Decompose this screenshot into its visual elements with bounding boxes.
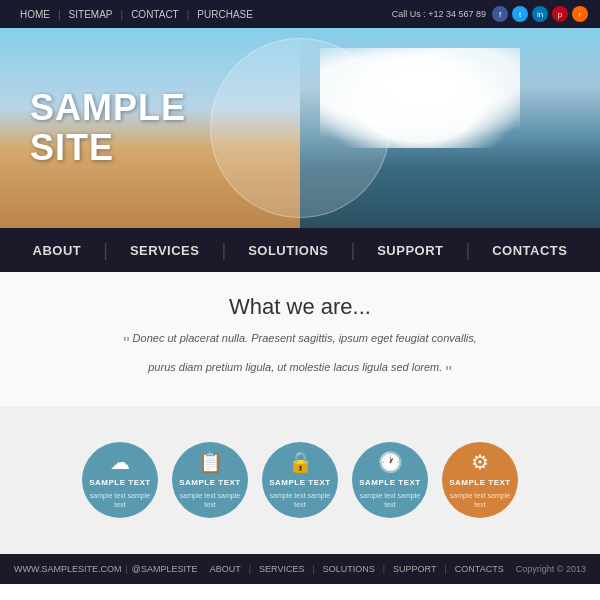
content-quote: " Donec ut placerat nulla. Praesent sagi…	[110, 330, 490, 388]
footer-nav-services[interactable]: SERVICES	[259, 564, 304, 574]
footer-nav-support[interactable]: SUPPORT	[393, 564, 436, 574]
circle-label-1: sample text	[179, 478, 241, 487]
top-nav-contact[interactable]: CONTACT	[123, 9, 187, 20]
social-linkedin[interactable]: in	[532, 6, 548, 22]
main-nav-support[interactable]: SUPPORT	[355, 228, 465, 272]
footer-social-handle[interactable]: @SAMPLESITE	[132, 564, 198, 574]
social-icons: f t in p r	[492, 6, 588, 22]
top-nav-home[interactable]: HOME	[12, 9, 58, 20]
content-section: What we are... " Donec ut placerat nulla…	[0, 272, 600, 406]
circle-item-1: 📋 sample text sample text sample text	[172, 442, 248, 518]
circle-text-0: sample text sample text	[88, 491, 153, 509]
circle-item-4: ⚙ sample text sample text sample text	[442, 442, 518, 518]
circle-gear[interactable]: ⚙ sample text sample text sample text	[442, 442, 518, 518]
top-bar: HOME | SITEMAP | CONTACT | PURCHASE Call…	[0, 0, 600, 28]
social-pinterest[interactable]: p	[552, 6, 568, 22]
footer: WWW.SAMPLESITE.COM | @SAMPLESITE ABOUT |…	[0, 554, 600, 584]
top-nav-sitemap[interactable]: SITEMAP	[61, 9, 121, 20]
circle-clock[interactable]: 🕐 sample text sample text sample text	[352, 442, 428, 518]
circle-label-3: sample text	[359, 478, 421, 487]
circle-text-2: sample text sample text	[268, 491, 333, 509]
footer-left: WWW.SAMPLESITE.COM | @SAMPLESITE	[14, 564, 198, 574]
call-text: Call Us : +12 34 567 89	[392, 9, 486, 19]
top-nav-purchase[interactable]: PURCHASE	[189, 9, 261, 20]
document-icon: 📋	[198, 450, 223, 474]
clock-icon: 🕐	[378, 450, 403, 474]
footer-nav-solutions[interactable]: SOLUTIONS	[323, 564, 375, 574]
circle-label-0: sample text	[89, 478, 151, 487]
social-rss[interactable]: r	[572, 6, 588, 22]
footer-copyright: Copyright © 2013	[516, 564, 586, 574]
main-nav-solutions[interactable]: SOLUTIONS	[226, 228, 350, 272]
hero-section: SAMPLE SITE	[0, 28, 600, 228]
footer-nav-contacts[interactable]: CONTACTS	[455, 564, 504, 574]
circle-text-1: sample text sample text	[178, 491, 243, 509]
circle-item-2: 🔒 sample text sample text sample text	[262, 442, 338, 518]
main-nav-services[interactable]: SERVICES	[108, 228, 222, 272]
main-nav-contacts[interactable]: CONTACTS	[470, 228, 589, 272]
circle-label-2: sample text	[269, 478, 331, 487]
cloud-icon: ☁	[110, 450, 130, 474]
main-nav: ABOUT | SERVICES | SOLUTIONS | SUPPORT |…	[0, 228, 600, 272]
footer-nav-about[interactable]: ABOUT	[210, 564, 241, 574]
circles-row: ☁ sample text sample text sample text 📋 …	[0, 406, 600, 554]
top-right: Call Us : +12 34 567 89 f t in p r	[392, 6, 588, 22]
circle-item-3: 🕐 sample text sample text sample text	[352, 442, 428, 518]
footer-nav: ABOUT | SERVICES | SOLUTIONS | SUPPORT |…	[210, 564, 504, 574]
circle-label-4: sample text	[449, 478, 511, 487]
content-title: What we are...	[30, 294, 570, 320]
top-nav: HOME | SITEMAP | CONTACT | PURCHASE	[12, 9, 261, 20]
circle-document[interactable]: 📋 sample text sample text sample text	[172, 442, 248, 518]
lock-icon: 🔒	[288, 450, 313, 474]
circle-item-0: ☁ sample text sample text sample text	[82, 442, 158, 518]
footer-site-link[interactable]: WWW.SAMPLESITE.COM	[14, 564, 122, 574]
circle-lock[interactable]: 🔒 sample text sample text sample text	[262, 442, 338, 518]
hero-circle	[210, 38, 390, 218]
main-nav-about[interactable]: ABOUT	[11, 228, 104, 272]
hero-title: SAMPLE SITE	[30, 88, 186, 167]
quote-mark-open: "	[123, 334, 129, 354]
quote-mark-close: "	[445, 363, 451, 383]
circle-cloud[interactable]: ☁ sample text sample text sample text	[82, 442, 158, 518]
circle-text-3: sample text sample text	[358, 491, 423, 509]
social-facebook[interactable]: f	[492, 6, 508, 22]
social-twitter[interactable]: t	[512, 6, 528, 22]
hero-title-text: SAMPLE SITE	[30, 88, 186, 167]
circle-text-4: sample text sample text	[448, 491, 513, 509]
gear-icon: ⚙	[471, 450, 489, 474]
